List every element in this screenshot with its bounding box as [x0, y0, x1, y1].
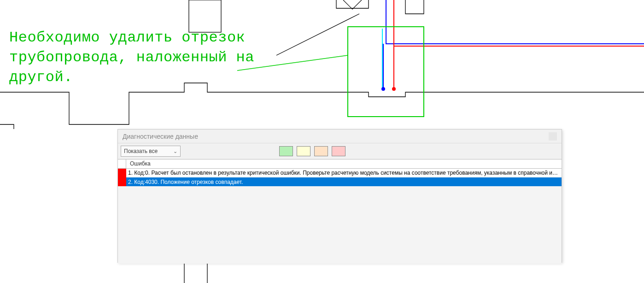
close-icon[interactable]	[549, 132, 557, 141]
filter-dropdown[interactable]: Показать все ⌄	[121, 146, 181, 157]
chevron-down-icon: ⌄	[173, 148, 177, 154]
grid-header-text: Ошибка	[126, 159, 562, 168]
severity-legend	[279, 146, 345, 156]
svg-point-4	[381, 87, 385, 91]
grid-header-flag	[118, 159, 126, 168]
severity-note-icon[interactable]	[297, 146, 310, 156]
svg-line-1	[276, 14, 359, 55]
row-message: 2. Код:4030. Положение отрезков совпадае…	[126, 179, 562, 185]
severity-error-icon[interactable]	[332, 146, 345, 156]
panel-title-text: Диагностические данные	[123, 130, 198, 143]
panel-titlebar[interactable]: Диагностические данные	[118, 130, 562, 143]
annotation-text: Необходимо удалить отрезок трубопровода,…	[9, 28, 276, 88]
table-row[interactable]: 1. Код:0. Расчет был остановлен в резуль…	[118, 169, 562, 177]
annotation-line1: Необходимо удалить отрезок	[9, 28, 276, 47]
table-row[interactable]: 2. Код:4030. Положение отрезков совпадае…	[118, 177, 562, 186]
severity-warning-icon[interactable]	[314, 146, 328, 156]
panel-toolbar: Показать все ⌄	[118, 143, 562, 159]
annotation-line2: трубопровода, наложенный на	[9, 47, 276, 67]
grid-header: Ошибка	[118, 159, 562, 169]
row-severity-flag	[118, 177, 126, 186]
row-message: 1. Код:0. Расчет был остановлен в резуль…	[126, 170, 562, 176]
severity-ok-icon[interactable]	[279, 146, 293, 156]
annotation-line3: другой.	[9, 67, 276, 87]
row-severity-flag	[118, 169, 126, 177]
grid-body[interactable]: 1. Код:0. Расчет был остановлен в резуль…	[118, 169, 562, 264]
diagnostics-panel: Диагностические данные Показать все ⌄ Ош…	[117, 129, 562, 263]
filter-dropdown-label: Показать все	[124, 148, 158, 154]
errors-grid: Ошибка 1. Код:0. Расчет был остановлен в…	[118, 159, 562, 264]
svg-point-5	[392, 87, 396, 91]
